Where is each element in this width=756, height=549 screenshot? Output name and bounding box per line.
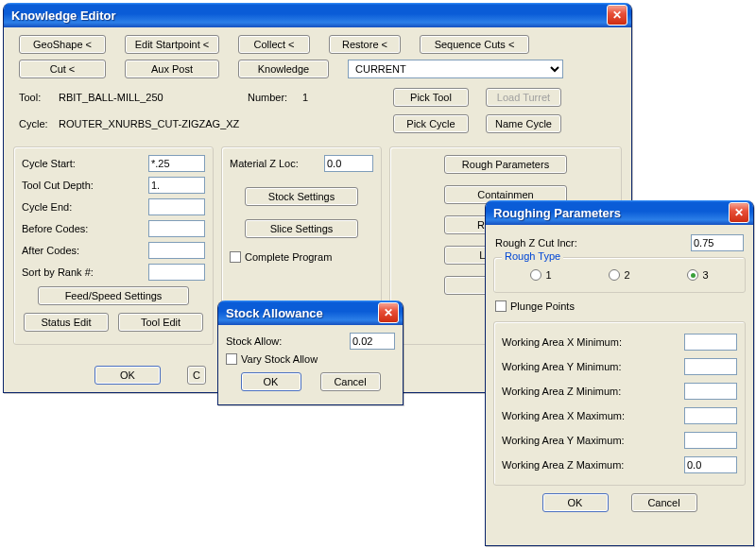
wa-xmin-input[interactable]	[684, 334, 737, 351]
wa-ymax-input[interactable]	[684, 432, 737, 449]
rough-type-title: Rough Type	[502, 250, 563, 262]
after-codes-input[interactable]	[148, 242, 205, 259]
working-area-group: Working Area X Minimum: Working Area Y M…	[493, 321, 746, 486]
after-codes-label: After Codes:	[22, 245, 79, 256]
stock-allowance-window: Stock Allowance ✕ Stock Allow: Vary Stoc…	[217, 300, 404, 405]
number-label: Number:	[248, 92, 302, 103]
wa-ymin-input[interactable]	[684, 358, 737, 375]
complete-program-checkbox[interactable]: Complete Program	[230, 251, 332, 263]
wa-xmax-input[interactable]	[684, 407, 737, 424]
slice-settings-button[interactable]: Slice Settings	[245, 219, 358, 238]
cut-button[interactable]: Cut <	[19, 60, 106, 78]
window-title: Roughing Parameters	[493, 206, 621, 220]
ok-button[interactable]: OK	[94, 366, 161, 385]
ok-button[interactable]: OK	[542, 493, 609, 512]
close-icon[interactable]: ✕	[729, 202, 749, 223]
window-title: Knowledge Editor	[11, 9, 116, 23]
rough-z-incr-input[interactable]	[691, 234, 744, 251]
tool-edit-button[interactable]: Tool Edit	[118, 313, 203, 332]
collect-button[interactable]: Collect <	[238, 35, 310, 54]
wa-xmin-label: Working Area X Minimum:	[502, 336, 622, 348]
pick-tool-button[interactable]: Pick Tool	[393, 88, 469, 107]
restore-button[interactable]: Restore <	[329, 35, 401, 54]
vary-stock-label: Vary Stock Allow	[241, 353, 318, 365]
cancel-button[interactable]: Cancel	[631, 493, 697, 512]
wa-zmin-label: Working Area Z Minimum:	[502, 386, 621, 397]
rough-type-1-radio[interactable]: 1	[530, 269, 551, 281]
mid-panel: Material Z Loc: Stock Settings Slice Set…	[221, 146, 382, 311]
pick-cycle-button[interactable]: Pick Cycle	[393, 114, 469, 133]
tool-label: Tool:	[19, 92, 59, 103]
cancel-button[interactable]: Cancel	[320, 372, 381, 391]
vary-stock-checkbox[interactable]: Vary Stock Allow	[226, 353, 318, 365]
number-value: 1	[302, 92, 393, 103]
ok-button[interactable]: OK	[241, 372, 301, 391]
left-panel: Cycle Start: Tool Cut Depth: Cycle End: …	[13, 146, 214, 345]
stock-allow-label: Stock Allow:	[226, 335, 282, 347]
geoshape-button[interactable]: GeoShape <	[19, 35, 106, 54]
tool-value: RBIT_BALL-MILL_250	[59, 92, 248, 103]
window-title: Stock Allowance	[226, 306, 323, 320]
wa-zmin-input[interactable]	[684, 383, 737, 400]
cycle-start-input[interactable]	[148, 155, 205, 172]
cycle-value: ROUTER_XNURBS_CUT-ZIGZAG_XZ	[59, 118, 393, 129]
wa-ymin-label: Working Area Y Minimum:	[502, 361, 622, 372]
material-z-input[interactable]	[324, 155, 373, 172]
name-cycle-button[interactable]: Name Cycle	[486, 114, 561, 133]
stock-allowance-titlebar: Stock Allowance ✕	[218, 300, 403, 325]
wa-zmax-label: Working Area Z Maximum:	[502, 459, 624, 471]
status-edit-button[interactable]: Status Edit	[24, 313, 109, 332]
cancel-button[interactable]: C	[187, 366, 206, 385]
sort-rank-input[interactable]	[148, 264, 205, 281]
complete-program-label: Complete Program	[245, 251, 332, 263]
plunge-points-checkbox[interactable]: Plunge Points	[495, 300, 575, 312]
roughing-parameters-titlebar: Roughing Parameters ✕	[486, 200, 753, 225]
sequence-cuts-button[interactable]: Sequence Cuts <	[420, 35, 529, 54]
tool-cut-depth-input[interactable]	[148, 177, 205, 194]
wa-zmax-input[interactable]	[684, 456, 737, 473]
plunge-points-label: Plunge Points	[510, 300, 575, 312]
cycle-start-label: Cycle Start:	[22, 158, 76, 169]
load-turret-button: Load Turret	[486, 88, 561, 107]
knowledge-editor-titlebar: Knowledge Editor ✕	[4, 3, 631, 27]
before-codes-input[interactable]	[148, 220, 205, 237]
stock-settings-button[interactable]: Stock Settings	[245, 187, 358, 206]
close-icon[interactable]: ✕	[378, 302, 399, 323]
current-select[interactable]: CURRENT	[348, 60, 563, 78]
roughing-parameters-window: Roughing Parameters ✕ Rough Z Cut Incr: …	[485, 200, 754, 546]
before-codes-label: Before Codes:	[22, 223, 88, 234]
aux-post-button[interactable]: Aux Post	[125, 60, 219, 78]
cycle-end-label: Cycle End:	[22, 201, 72, 213]
feed-speed-button[interactable]: Feed/Speed Settings	[38, 286, 189, 305]
close-icon[interactable]: ✕	[607, 5, 627, 26]
knowledge-button[interactable]: Knowledge	[238, 60, 329, 78]
tool-cut-depth-label: Tool Cut Depth:	[22, 180, 94, 191]
sort-rank-label: Sort by Rank #:	[22, 266, 94, 278]
material-z-label: Material Z Loc:	[230, 158, 299, 169]
stock-allow-input[interactable]	[350, 333, 395, 350]
cycle-label: Cycle:	[19, 118, 59, 129]
rough-parameters-button[interactable]: Rough Parameters	[444, 155, 567, 174]
wa-xmax-label: Working Area X Maximum:	[502, 410, 625, 421]
rough-type-group: Rough Type 1 2 3	[493, 257, 746, 293]
wa-ymax-label: Working Area Y Maximum:	[502, 435, 625, 446]
cycle-end-input[interactable]	[148, 198, 205, 215]
rough-z-incr-label: Rough Z Cut Incr:	[495, 237, 577, 249]
edit-startpoint-button[interactable]: Edit Startpoint <	[125, 35, 219, 54]
rough-type-2-radio[interactable]: 2	[609, 269, 629, 281]
rough-type-3-radio[interactable]: 3	[687, 269, 708, 281]
